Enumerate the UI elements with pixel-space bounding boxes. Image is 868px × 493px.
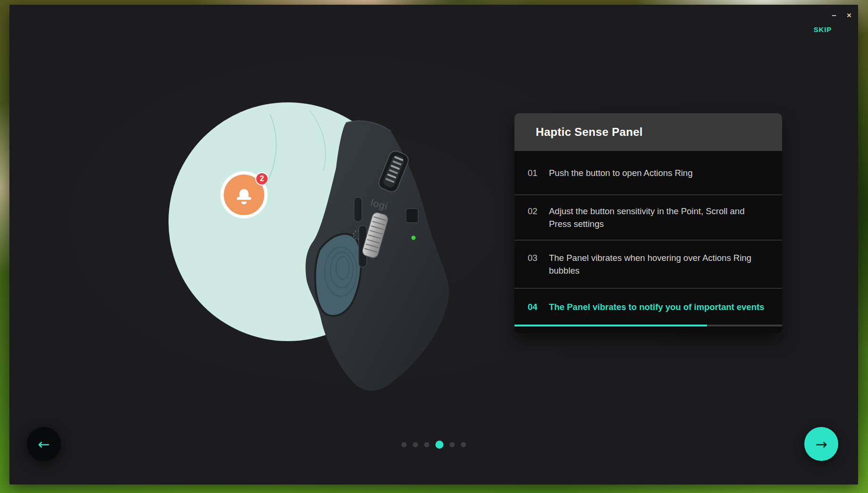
desktop: { "window": { "controls": { "minimize": … [0,0,868,493]
minimize-button[interactable]: – [828,9,840,22]
pagination-dot-2[interactable] [413,442,418,447]
step-number: 02 [528,205,539,217]
back-arrow-icon: ← [38,436,50,452]
notification-badge: 2 [255,172,269,185]
pagination-dot-5[interactable] [450,442,455,447]
step-list: 01 Push the button to open Actions Ring … [514,151,782,333]
pagination-dot-1[interactable] [402,442,407,447]
card-footer [514,326,782,333]
onboarding-window: – × SKIP [9,5,858,485]
next-arrow-icon: → [815,436,827,452]
close-button[interactable]: × [843,9,855,22]
step-number: 01 [528,167,539,179]
pagination-dot-4-active[interactable] [436,441,444,449]
step-number: 04 [528,301,539,313]
pagination-dot-3[interactable] [424,442,430,447]
feature-card: Haptic Sense Panel 01 Push the button to… [514,113,782,333]
pagination [402,441,466,449]
card-title: Haptic Sense Panel [536,125,643,139]
titlebar-controls: – × [828,9,855,22]
bell-icon: 2 [220,171,268,218]
mouse-image: logi [301,116,455,394]
skip-button[interactable]: SKIP [814,25,832,33]
step-text: Push the button to open Actions Ring [549,167,692,179]
pagination-dot-6[interactable] [461,442,466,447]
mode-shift-button [406,209,418,223]
step-row-02[interactable]: 02 Adjust the button sensitivity in the … [514,194,782,240]
card-header: Haptic Sense Panel [514,113,782,151]
step-row-03[interactable]: 03 The Panel vibrates when hovering over… [514,240,782,288]
step-row-04-active[interactable]: 04 The Panel vibrates to notify you of i… [514,288,782,325]
step-row-01[interactable]: 01 Push the button to open Actions Ring [514,151,782,194]
next-button[interactable]: → [804,427,838,461]
step-text: The Panel vibrates when hovering over Ac… [549,251,766,277]
status-led [412,236,416,240]
step-text: The Panel vibrates to notify you of impo… [549,301,764,313]
side-button-forward [354,197,362,222]
step-number: 03 [528,251,539,264]
back-button[interactable]: ← [27,427,61,461]
step-text: Adjust the button sensitivity in the Poi… [549,205,766,230]
